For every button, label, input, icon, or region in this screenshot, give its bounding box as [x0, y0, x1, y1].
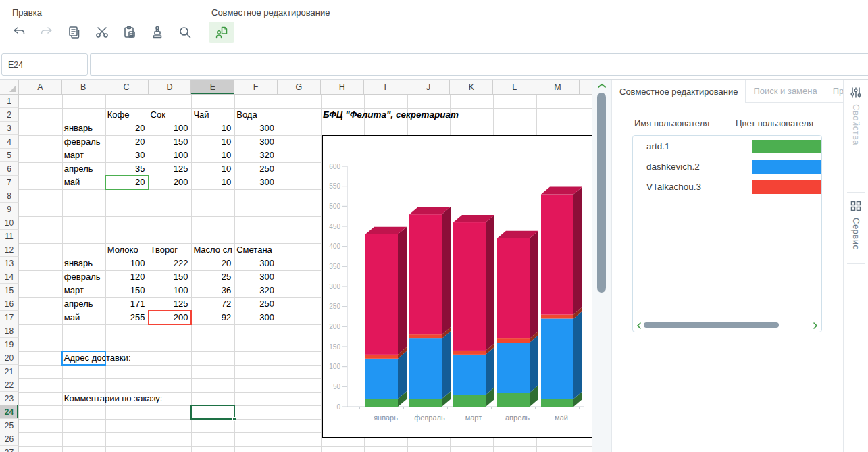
- grid-cell-F5[interactable]: 320: [234, 149, 274, 162]
- vertical-scrollbar[interactable]: [592, 80, 611, 452]
- column-header-D[interactable]: D: [149, 80, 192, 95]
- grid-cell-E3[interactable]: 10: [191, 122, 231, 135]
- tab-spellcheck[interactable]: Пров: [825, 80, 843, 103]
- column-header-G[interactable]: G: [278, 80, 321, 95]
- worksheet-grid[interactable]: 050100150200250300350400450500550600янва…: [0, 80, 592, 452]
- column-header-L[interactable]: L: [493, 80, 536, 95]
- row-header-7[interactable]: 7: [0, 176, 19, 189]
- formula-input[interactable]: [90, 53, 868, 76]
- column-header-A[interactable]: A: [19, 80, 62, 95]
- tab-coediting[interactable]: Совместное редактирование: [612, 80, 745, 103]
- row-header-8[interactable]: 8: [0, 189, 19, 203]
- row-header-13[interactable]: 13: [0, 257, 19, 270]
- paste-button[interactable]: [120, 23, 139, 42]
- row-header-12[interactable]: 12: [0, 243, 19, 257]
- row-header-20[interactable]: 20: [0, 351, 19, 365]
- row-header-16[interactable]: 16: [0, 297, 19, 311]
- grid-cell-C16[interactable]: 171: [105, 297, 145, 311]
- row-header-25[interactable]: 25: [0, 419, 19, 432]
- grid-cell-E14[interactable]: 25: [191, 270, 231, 284]
- format-stamp-button[interactable]: [148, 23, 167, 42]
- row-header-23[interactable]: 23: [0, 392, 19, 405]
- column-header-J[interactable]: J: [407, 80, 451, 95]
- column-header-M[interactable]: M: [536, 80, 580, 95]
- row-header-10[interactable]: 10: [0, 216, 19, 230]
- column-header-C[interactable]: C: [105, 80, 149, 95]
- grid-cell-E16[interactable]: 72: [191, 297, 231, 311]
- grid-cell-D14[interactable]: 150: [149, 270, 188, 284]
- scroll-left-icon[interactable]: [636, 322, 642, 330]
- grid-cell-D13[interactable]: 222: [149, 257, 188, 270]
- grid-cell-D4[interactable]: 150: [149, 135, 188, 149]
- grid-cell-C13[interactable]: 100: [105, 257, 145, 270]
- grid-cell-D6[interactable]: 125: [149, 162, 188, 176]
- grid-cell-F17[interactable]: 300: [234, 311, 274, 324]
- row-header-19[interactable]: 19: [0, 338, 19, 351]
- copy-button[interactable]: [65, 23, 84, 42]
- properties-tab[interactable]: Свойства: [844, 86, 868, 145]
- service-tab[interactable]: Сервис: [844, 200, 868, 250]
- tab-find-replace[interactable]: Поиск и замена: [745, 80, 824, 103]
- grid-cell-C6[interactable]: 35: [105, 162, 145, 176]
- grid-cell-C3[interactable]: 20: [105, 122, 145, 135]
- row-header-1[interactable]: 1: [0, 95, 19, 108]
- chart-object[interactable]: 050100150200250300350400450500550600янва…: [322, 135, 592, 438]
- grid-cell-E4[interactable]: 10: [191, 135, 231, 149]
- column-header-I[interactable]: I: [364, 80, 407, 95]
- grid-cell-F16[interactable]: 250: [234, 297, 274, 311]
- grid-cell-D3[interactable]: 100: [149, 122, 188, 135]
- fill-handle[interactable]: [232, 417, 236, 421]
- grid-cell-F14[interactable]: 300: [234, 270, 274, 284]
- grid-cell-C5[interactable]: 30: [105, 149, 145, 162]
- row-header-11[interactable]: 11: [0, 230, 19, 243]
- row-header-17[interactable]: 17: [0, 311, 19, 324]
- grid-cell-D7[interactable]: 200: [149, 176, 188, 189]
- scroll-up-icon[interactable]: [597, 82, 607, 89]
- sheet-title-cell[interactable]: БФЦ "Фелита", секретариат: [323, 108, 539, 122]
- grid-cell-C17[interactable]: 255: [105, 311, 145, 324]
- grid-cell-E17[interactable]: 92: [191, 311, 231, 324]
- cut-button[interactable]: [93, 23, 111, 42]
- undo-button[interactable]: [9, 23, 28, 42]
- row-header-18[interactable]: 18: [0, 324, 19, 338]
- grid-cell-E13[interactable]: 20: [191, 257, 231, 270]
- user-box-scroll-thumb[interactable]: [644, 322, 779, 328]
- row-header-9[interactable]: 9: [0, 203, 19, 216]
- row-header-4[interactable]: 4: [0, 135, 19, 149]
- grid-cell-D5[interactable]: 100: [149, 149, 188, 162]
- column-header-E[interactable]: E: [191, 80, 234, 95]
- row-header-14[interactable]: 14: [0, 270, 19, 284]
- grid-cell-E15[interactable]: 36: [191, 284, 231, 297]
- search-button[interactable]: [176, 23, 195, 42]
- grid-cell-F4[interactable]: 300: [234, 135, 274, 149]
- grid-cell-F13[interactable]: 300: [234, 257, 274, 270]
- row-header-2[interactable]: 2: [0, 108, 19, 122]
- row-header-27[interactable]: 27: [0, 446, 19, 452]
- grid-cell-F15[interactable]: 320: [234, 284, 274, 297]
- grid-cell-B23[interactable]: Комментарии по заказу:: [64, 392, 240, 405]
- grid-cell-C15[interactable]: 150: [105, 284, 145, 297]
- grid-cell-C4[interactable]: 20: [105, 135, 145, 149]
- row-header-22[interactable]: 22: [0, 378, 19, 392]
- column-header-B[interactable]: B: [62, 80, 105, 95]
- cell-name-box[interactable]: E24: [1, 53, 88, 76]
- grid-cell-E5[interactable]: 10: [191, 149, 231, 162]
- row-header-24[interactable]: 24: [0, 405, 19, 419]
- row-header-3[interactable]: 3: [0, 122, 19, 135]
- grid-cell-E6[interactable]: 10: [191, 162, 231, 176]
- coedit-mode-button[interactable]: [209, 22, 234, 43]
- column-header-F[interactable]: F: [234, 80, 278, 95]
- grid-cell-D15[interactable]: 100: [149, 284, 188, 297]
- vertical-scroll-thumb[interactable]: [597, 93, 606, 293]
- row-header-6[interactable]: 6: [0, 162, 19, 176]
- row-header-5[interactable]: 5: [0, 149, 19, 162]
- row-header-15[interactable]: 15: [0, 284, 19, 297]
- active-cell-selection[interactable]: [190, 405, 235, 420]
- row-header-21[interactable]: 21: [0, 365, 19, 378]
- column-header-K[interactable]: K: [450, 80, 493, 95]
- column-header-H[interactable]: H: [321, 80, 364, 95]
- grid-cell-C14[interactable]: 120: [105, 270, 145, 284]
- redo-button[interactable]: [37, 23, 56, 42]
- grid-cell-E7[interactable]: 10: [191, 176, 231, 189]
- grid-cell-F6[interactable]: 250: [234, 162, 274, 176]
